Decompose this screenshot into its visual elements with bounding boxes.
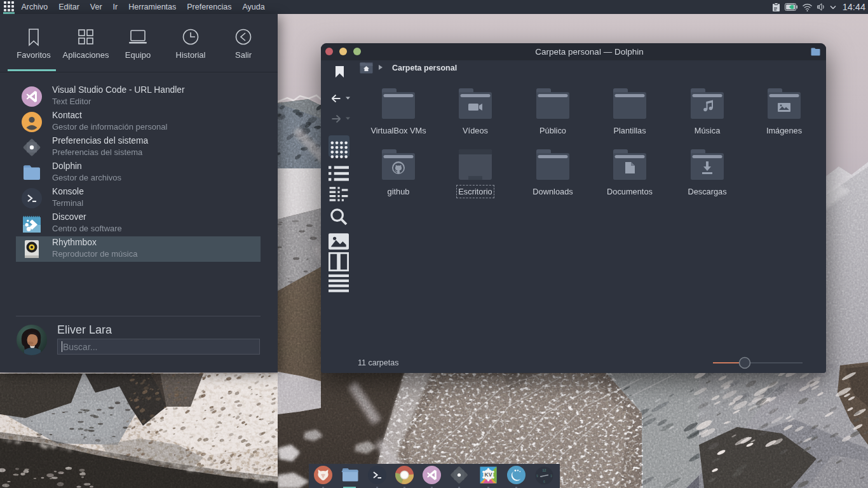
- svg-text:12: 12: [542, 468, 546, 472]
- svg-text:KV: KV: [485, 471, 492, 478]
